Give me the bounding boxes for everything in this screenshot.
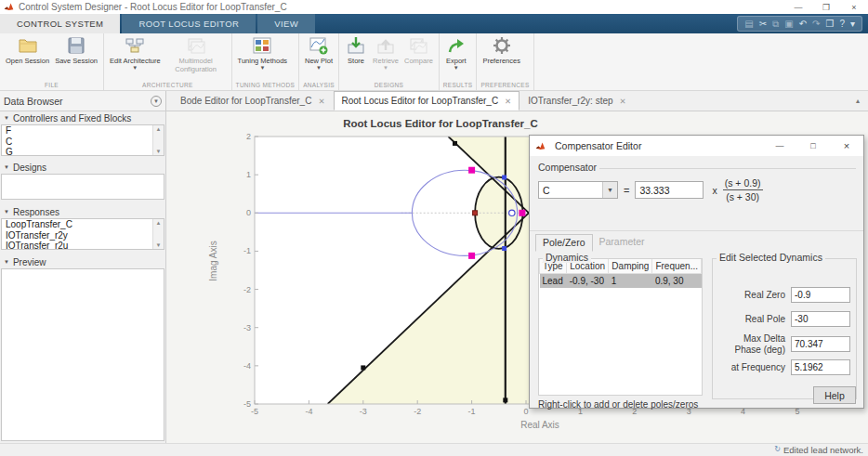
ribbon-toolbar: Open SessionSave SessionFILEEdit Archite… (0, 33, 868, 91)
preferences-button[interactable]: Preferences (480, 35, 522, 65)
help-button[interactable]: Help (813, 386, 856, 404)
dynamics-table[interactable]: TypeLocationDampingFrequen...Lead-0.9, -… (539, 259, 702, 288)
document-tab-1[interactable]: Bode Editor for LoopTransfer_C✕ (172, 91, 334, 111)
copy-icon[interactable]: ⧉ (772, 20, 779, 29)
chevron-down-icon[interactable]: ▼ (602, 182, 617, 198)
list-item[interactable]: G (2, 147, 164, 156)
help-icon[interactable]: ? (839, 20, 845, 29)
toolbar-group-analysis: New Plot▼ANALYSIS (299, 33, 339, 90)
real-zero-input[interactable] (791, 287, 850, 303)
sidebar-section-header-controllers[interactable]: ▼Controllers and Fixed Blocks (0, 111, 165, 124)
scrollbar[interactable]: ▲▼ (152, 125, 164, 155)
toolbar-group-label: ANALYSIS (299, 81, 338, 90)
requirement-handle[interactable] (453, 141, 457, 146)
window-minimize-button[interactable]: — (784, 0, 812, 14)
toolbar-group-tuning-methods: Tuning Methods▼TUNING METHODS (232, 33, 299, 90)
open-session-button[interactable]: Open Session (3, 35, 52, 65)
save-session-button[interactable]: Save Session (52, 35, 100, 65)
dialog-title-bar[interactable]: Compensator Editor — □ × (530, 136, 863, 156)
scrollbar[interactable]: ▲▼ (152, 219, 164, 249)
cut-icon[interactable]: ✂ (759, 20, 767, 29)
list-item[interactable]: LoopTransfer_C (2, 219, 164, 230)
export-button[interactable]: Export▼ (442, 35, 470, 71)
table-row[interactable]: Lead-0.9, -3010.9, 30 (540, 274, 702, 289)
list-item[interactable]: F (2, 125, 164, 137)
ribbon-tab-root-locus-editor[interactable]: ROOT LOCUS EDITOR (122, 14, 256, 33)
scroll-down-icon[interactable]: ▼ (156, 148, 162, 155)
scroll-down-icon[interactable]: ▼ (156, 241, 162, 249)
window-maximize-button[interactable]: ❐ (812, 0, 840, 14)
redo-icon[interactable]: ↷ (812, 20, 820, 29)
requirement-handle[interactable] (361, 365, 365, 370)
compensator-select[interactable]: C ▼ (538, 181, 618, 199)
sidebar-section-title: Designs (13, 163, 46, 173)
store-button[interactable]: Store (342, 35, 370, 65)
dialog-minimize-button[interactable]: — (763, 136, 796, 156)
window-layout-icon[interactable]: ❒ (825, 20, 834, 29)
at-frequency-input[interactable] (791, 359, 850, 375)
save-icon[interactable]: ▤ (744, 20, 753, 29)
list-item[interactable]: C (2, 137, 164, 148)
scroll-up-icon[interactable]: ▲ (156, 219, 162, 227)
sidebar-section-header-responses[interactable]: ▼Responses (0, 205, 165, 218)
edit-architecture-button[interactable]: Edit Architecture▼ (107, 35, 164, 71)
pole-marker-blue[interactable] (502, 246, 506, 251)
max-delta-phase-deg--input[interactable] (791, 336, 850, 352)
column-header[interactable]: Damping (609, 259, 652, 274)
document-tab-label: Root Locus Editor for LoopTransfer_C (342, 96, 499, 106)
tuning-icon (252, 35, 272, 56)
y-tick-label: -4 (243, 361, 251, 371)
collapse-ribbon-icon[interactable]: ▴ (848, 91, 868, 111)
compensator-zero-marker[interactable] (473, 211, 478, 215)
ribbon-tab-control-system[interactable]: CONTROL SYSTEM (0, 14, 120, 33)
toolbar-group-label: RESULTS (440, 81, 477, 90)
close-icon[interactable]: ✕ (620, 97, 626, 106)
close-icon[interactable]: ✕ (318, 97, 324, 106)
window-close-button[interactable]: × (840, 0, 868, 14)
retrieve-button: Retrieve▼ (370, 35, 401, 71)
x-tick-label: 0 (523, 407, 528, 416)
dropdown-arrow-icon: ▼ (132, 65, 138, 71)
status-bar: ↻ Edited lead network. (0, 443, 868, 455)
y-tick-label: 0 (246, 208, 251, 217)
requirement-handle[interactable] (503, 397, 507, 402)
undo-icon[interactable]: ↶ (799, 20, 807, 29)
close-icon[interactable]: ✕ (505, 97, 511, 106)
collapse-triangle-icon: ▼ (4, 259, 9, 265)
toolbar-group-label: FILE (0, 81, 103, 90)
dialog-tab-pole-zero[interactable]: Pole/Zero (535, 234, 593, 252)
closed-loop-pole-marker[interactable] (468, 167, 475, 174)
quick-access-toolbar: ▤✂⧉▣↶↷❒?▾ (737, 16, 862, 32)
dropdown-arrow-icon[interactable]: ▾ (850, 20, 855, 29)
status-message: Edited lead network. (783, 445, 863, 455)
new-plot-button[interactable]: New Plot▼ (302, 35, 335, 71)
dialog-maximize-button[interactable]: □ (796, 136, 830, 156)
list-item[interactable]: IOTransfer_r2u (2, 241, 164, 250)
dialog-close-button[interactable]: × (830, 136, 863, 156)
list-item[interactable]: IOTransfer_r2y (2, 230, 164, 241)
paste-icon[interactable]: ▣ (784, 20, 793, 29)
closed-loop-pole-marker[interactable] (468, 253, 475, 259)
real-pole-input[interactable] (791, 311, 850, 327)
document-tab-3[interactable]: IOTransfer_r2y: step✕ (519, 91, 634, 111)
toolbar-button-label: Tuning Methods (238, 57, 288, 65)
gain-input[interactable] (635, 181, 704, 199)
new-plot-icon (309, 35, 329, 56)
column-header[interactable]: Frequen... (652, 259, 702, 274)
sidebar-section-header-designs[interactable]: ▼Designs (0, 161, 165, 174)
data-browser-options-icon[interactable]: ▼ (151, 96, 162, 107)
pole-marker-blue[interactable] (502, 176, 506, 180)
ribbon-tab-view[interactable]: VIEW (257, 14, 315, 33)
tuning-methods-button[interactable]: Tuning Methods▼ (235, 35, 291, 71)
toolbar-group-label: TUNING METHODS (232, 81, 298, 90)
scroll-up-icon[interactable]: ▲ (156, 125, 162, 133)
sidebar-section-title: Preview (13, 257, 46, 267)
closed-loop-pole-marker[interactable] (519, 210, 525, 216)
dialog-tab-parameter[interactable]: Parameter (593, 234, 651, 252)
y-tick-label: -3 (243, 323, 251, 332)
document-tab-2[interactable]: Root Locus Editor for LoopTransfer_C✕ (334, 91, 520, 111)
matlab-logo-icon (535, 141, 546, 151)
sidebar-section-header-preview[interactable]: ▼Preview (0, 255, 165, 268)
open-loop-zero-marker[interactable] (509, 210, 515, 215)
toolbar-button-label: Retrieve (373, 57, 399, 65)
